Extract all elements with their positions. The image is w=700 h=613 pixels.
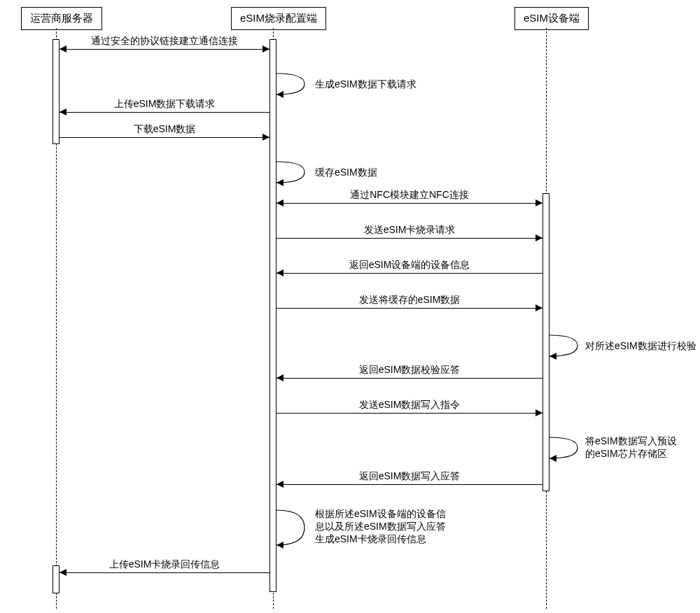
arrow-head-icon	[59, 569, 66, 576]
msg-arrow-3	[59, 137, 270, 138]
msg-label-13: 返回eSIM数据写入应答	[294, 470, 525, 483]
msg-label-10: 返回eSIM数据校验应答	[294, 364, 525, 376]
msg-label-11: 发送eSIM数据写入指令	[294, 399, 525, 411]
msg-label-2: 上传eSIM数据下载请求	[70, 98, 259, 111]
svg-marker-1	[276, 179, 284, 186]
arrow-head-icon	[262, 134, 270, 141]
msg-label-3: 下载eSIM数据	[70, 123, 259, 136]
arrow-head-icon	[536, 304, 542, 311]
msg-arrow-0	[59, 49, 270, 50]
arrow-head-icon	[276, 374, 284, 381]
msg-label-0: 通过安全的协议链接建立通信连接	[70, 35, 259, 48]
arrow-head-icon	[59, 45, 66, 52]
arrow-head-icon	[59, 108, 66, 115]
msg-arrow-13	[276, 484, 542, 485]
self-loop-icon	[276, 70, 312, 98]
arrow-head-icon	[536, 409, 542, 416]
self-loop-icon	[276, 158, 312, 186]
arrow-head-icon	[276, 199, 284, 206]
participant-server: 运营商服务器	[21, 7, 102, 30]
msg-label-6: 发送eSIM卡烧录请求	[294, 224, 525, 237]
msg-arrow-15	[59, 572, 270, 573]
activation-device	[542, 193, 550, 491]
svg-marker-0	[276, 91, 284, 98]
msg-label-14a: 根据所述eSIM设备端的设备信	[315, 508, 446, 521]
participant-device: eSIM设备端	[514, 7, 589, 30]
msg-label-7: 返回eSIM设备端的设备信息	[294, 259, 525, 272]
activation-server-2	[52, 565, 59, 593]
svg-marker-2	[550, 353, 556, 360]
msg-label-14c: 生成eSIM卡烧录回传信息	[315, 533, 426, 546]
msg-arrow-5	[276, 203, 542, 204]
participant-config: eSIM烧录配置端	[231, 7, 326, 30]
activation-config	[270, 39, 276, 592]
msg-label-9: 对所述eSIM数据进行校验	[585, 340, 696, 353]
sequence-diagram: 运营商服务器 eSIM烧录配置端 eSIM设备端 通过安全的协议链接建立通信连接…	[0, 0, 700, 613]
self-loop-icon	[550, 434, 584, 462]
msg-arrow-10	[276, 378, 542, 379]
arrow-head-icon	[536, 199, 542, 206]
msg-arrow-6	[276, 238, 542, 239]
msg-arrow-2	[59, 112, 270, 113]
msg-label-8: 发送将缓存的eSIM数据	[294, 294, 525, 306]
msg-label-12a: 将eSIM数据写入预设	[585, 435, 677, 448]
arrow-head-icon	[276, 269, 284, 276]
msg-arrow-7	[276, 273, 542, 274]
msg-label-5: 通过NFC模块建立NFC连接	[294, 189, 525, 202]
activation-server-1	[52, 39, 59, 144]
msg-arrow-8	[276, 308, 542, 309]
self-loop-icon	[276, 507, 312, 549]
msg-label-1: 生成eSIM数据下载请求	[315, 78, 416, 91]
arrow-head-icon	[262, 45, 270, 52]
arrow-head-icon	[536, 234, 542, 241]
msg-arrow-11	[276, 413, 542, 414]
msg-label-12b: 的eSIM芯片存储区	[585, 448, 667, 460]
msg-label-4: 缓存eSIM数据	[315, 167, 377, 179]
svg-marker-3	[550, 455, 556, 462]
svg-marker-4	[276, 542, 284, 549]
arrow-head-icon	[276, 481, 284, 488]
msg-label-15: 上传eSIM卡烧录回传信息	[70, 558, 259, 571]
self-loop-icon	[550, 332, 584, 360]
msg-label-14b: 息以及所述eSIM数据写入应答	[315, 521, 446, 533]
